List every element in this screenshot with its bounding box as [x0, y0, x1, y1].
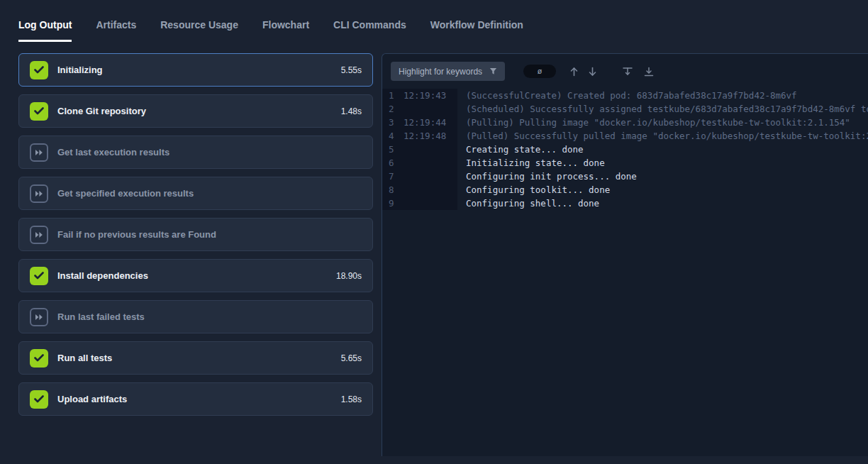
workflow-steps-list: Initializing 5.55s Clone Git repository …	[18, 53, 373, 456]
filter-icon[interactable]	[620, 64, 635, 79]
success-check-icon	[30, 102, 48, 121]
log-line: 2 (Scheduled) Successfully assigned test…	[382, 102, 868, 116]
highlight-keywords-label: Highlight for keywords	[399, 67, 482, 77]
log-text: Configuring toolkit... done	[457, 183, 610, 197]
timestamp: 12:19:43	[404, 89, 446, 102]
step-label: Run all tests	[57, 353, 112, 363]
log-text: Configuring init process... done	[457, 170, 637, 183]
log-line: 112:19:43 (SuccessfulCreate) Created pod…	[382, 89, 868, 102]
funnel-icon	[489, 67, 497, 75]
step-label: Fail if no previous results are Found	[57, 229, 216, 240]
line-number: 8	[382, 183, 399, 197]
step-label: Get specified execution results	[57, 188, 194, 199]
download-icon[interactable]	[641, 64, 657, 79]
line-number: 2	[382, 102, 399, 116]
log-line: 6 Initializing state... done	[382, 156, 868, 170]
log-line: 312:19:44 (Pulling) Pulling image "docke…	[382, 116, 868, 129]
step-run-all-tests[interactable]: Run all tests 5.65s	[18, 341, 373, 375]
step-label: Run last failed tests	[57, 311, 145, 322]
previous-match-arrow-up-icon[interactable]	[566, 64, 582, 79]
step-fail-if-no-previous-results[interactable]: Fail if no previous results are Found	[18, 218, 373, 251]
step-label: Upload artifacts	[57, 394, 127, 404]
timestamp: 12:19:48	[404, 129, 446, 143]
skipped-fast-forward-icon	[30, 143, 48, 162]
step-duration: 1.48s	[341, 106, 362, 116]
step-label: Initializing	[57, 65, 103, 75]
line-number: 5	[382, 143, 399, 156]
step-label: Install dependencies	[57, 270, 148, 281]
line-number: 4	[382, 129, 399, 143]
skipped-fast-forward-icon	[30, 308, 48, 326]
step-label: Get last execution results	[57, 147, 169, 158]
step-upload-artifacts[interactable]: Upload artifacts 1.58s	[18, 382, 373, 416]
next-match-arrow-down-icon[interactable]	[584, 64, 600, 79]
line-number: 7	[382, 170, 399, 183]
step-install-dependencies[interactable]: Install dependencies 18.90s	[18, 259, 373, 292]
step-duration: 18.90s	[336, 271, 362, 281]
log-toolbar: Highlight for keywords ø	[382, 54, 868, 87]
step-initializing[interactable]: Initializing 5.55s	[18, 53, 373, 87]
log-line: 8 Configuring toolkit... done	[382, 183, 868, 197]
log-line: 7 Configuring init process... done	[382, 170, 868, 183]
step-get-last-execution-results[interactable]: Get last execution results	[18, 136, 373, 169]
log-text: Creating state... done	[457, 143, 584, 156]
tab-bar: Log Output Artifacts Resource Usage Flow…	[0, 0, 868, 42]
line-number: 1	[382, 89, 399, 102]
log-text: (Scheduled) Successfully assigned testku…	[457, 102, 868, 116]
log-line: 9 Configuring shell... done	[382, 197, 868, 210]
success-check-icon	[30, 390, 48, 409]
step-duration: 5.55s	[341, 65, 362, 75]
step-get-specified-execution-results[interactable]: Get specified execution results	[18, 177, 373, 210]
line-number: 9	[382, 197, 399, 210]
tab-log-output[interactable]: Log Output	[18, 19, 72, 42]
skipped-fast-forward-icon	[30, 226, 48, 244]
log-text: (Pulled) Successfully pulled image "dock…	[457, 129, 868, 143]
timestamp: 12:19:44	[404, 116, 446, 129]
step-clone-git-repository[interactable]: Clone Git repository 1.48s	[18, 94, 373, 128]
tab-artifacts[interactable]: Artifacts	[96, 19, 136, 42]
log-text: (Pulling) Pulling image "docker.io/kubes…	[457, 116, 850, 129]
highlight-keywords-input[interactable]: Highlight for keywords	[391, 62, 505, 81]
line-number: 6	[382, 156, 399, 170]
success-check-icon	[30, 61, 48, 79]
log-text: (SuccessfulCreate) Created pod: 683d7aba…	[457, 89, 797, 102]
log-text: Configuring shell... done	[457, 197, 599, 210]
tab-resource-usage[interactable]: Resource Usage	[160, 19, 238, 42]
line-number: 3	[382, 116, 399, 129]
log-line: 5 Creating state... done	[382, 143, 868, 156]
skipped-fast-forward-icon	[30, 184, 48, 203]
log-output-panel: Highlight for keywords ø 112:19:43	[382, 53, 868, 456]
tab-cli-commands[interactable]: CLI Commands	[333, 19, 406, 42]
workflow-execution-page: { "tabs": { "items": [ { "label": "Log O…	[0, 0, 868, 464]
step-label: Clone Git repository	[57, 106, 146, 116]
step-run-last-failed-tests[interactable]: Run last failed tests	[18, 300, 373, 333]
success-check-icon	[30, 267, 48, 285]
log-lines[interactable]: 112:19:43 (SuccessfulCreate) Created pod…	[382, 87, 868, 456]
tab-workflow-definition[interactable]: Workflow Definition	[430, 19, 523, 42]
main-content: Initializing 5.55s Clone Git repository …	[0, 42, 868, 456]
tab-flowchart[interactable]: Flowchart	[262, 19, 309, 42]
log-text: Initializing state... done	[457, 156, 605, 170]
step-duration: 1.58s	[341, 394, 362, 404]
match-count-badge: ø	[523, 65, 556, 78]
step-duration: 5.65s	[341, 353, 362, 363]
log-line: 412:19:48 (Pulled) Successfully pulled i…	[382, 129, 868, 143]
success-check-icon	[30, 349, 48, 368]
